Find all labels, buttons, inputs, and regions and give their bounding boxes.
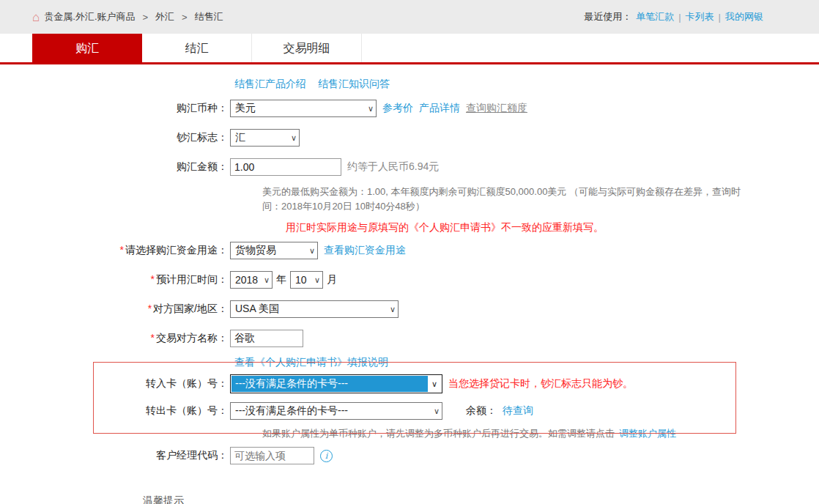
chevron-down-icon: ∨ xyxy=(363,104,374,114)
required-asterisk: * xyxy=(151,332,155,344)
month-unit: 月 xyxy=(327,273,337,286)
year-unit: 年 xyxy=(276,273,286,286)
purpose-label: *请选择购汇资金用途： xyxy=(0,244,230,257)
country-select[interactable]: USA 美国 ∨ xyxy=(230,300,399,318)
chevron-down-icon: ∨ xyxy=(286,133,297,143)
chevron-down-icon: ∨ xyxy=(310,275,320,285)
balance-query-link[interactable]: 待查询 xyxy=(503,404,533,418)
credit-card-warning: 当您选择贷记卡时，钞汇标志只能为钞。 xyxy=(448,377,633,390)
query-quota-link[interactable]: 查询购汇额度 xyxy=(466,102,527,115)
required-asterisk: * xyxy=(120,244,124,256)
cash-flag-select[interactable]: 汇 ∨ xyxy=(230,129,300,147)
application-form-guide-link[interactable]: 查看《个人购汇申请书》填报说明 xyxy=(234,356,388,369)
link-separator: | xyxy=(719,12,721,23)
adjust-account-link[interactable]: 调整账户属性 xyxy=(619,427,676,440)
currency-row: 购汇币种： 美元 ∨ 参考价 产品详情 查询购汇额度 xyxy=(0,94,819,123)
manager-code-input[interactable] xyxy=(230,447,314,464)
application-note-row: 查看《个人购汇申请书》填报说明 xyxy=(0,355,819,371)
month-select[interactable]: 10 ∨ xyxy=(290,271,323,289)
expected-time-label: *预计用汇时间： xyxy=(0,273,230,286)
counterparty-input[interactable] xyxy=(230,330,303,347)
card-in-label: 转入卡（账）号： xyxy=(0,377,230,390)
expected-time-row: *预计用汇时间： 2018 ∨ 年 10 ∨ 月 xyxy=(0,265,819,294)
cash-flag-row: 钞汇标志： 汇 ∨ xyxy=(0,123,819,152)
chevron-down-icon: ∨ xyxy=(428,379,441,389)
chevron-down-icon: ∨ xyxy=(429,407,440,416)
balance-label: 余额： xyxy=(466,404,497,418)
top-bar: ⌂ 贵金属.外汇.账户商品 > 外汇 > 结售汇 最近使用： 单笔汇款 | 卡列… xyxy=(0,0,819,34)
amount-input[interactable] xyxy=(230,158,341,176)
recent-used-label: 最近使用： xyxy=(584,10,631,23)
purpose-select[interactable]: 货物贸易 ∨ xyxy=(230,242,318,259)
tab-buy-forex[interactable]: 购汇 xyxy=(32,34,142,62)
breadcrumb-item-forex: 外汇 xyxy=(155,10,174,23)
breadcrumb-separator: > xyxy=(182,12,188,23)
counterparty-row: *交易对方名称： xyxy=(0,324,819,353)
currency-select[interactable]: 美元 ∨ xyxy=(230,100,377,117)
info-icon[interactable]: i xyxy=(320,450,333,462)
view-purpose-link[interactable]: 查看购汇资金用途 xyxy=(324,244,406,257)
usage-warning: 用汇时实际用途与原填写的《个人购汇申请书》不一致的应重新填写。 xyxy=(286,221,819,236)
account-property-text: 如果账户属性为单币种账户，请先调整为多币种账户后再进行交易。如需调整请点击 xyxy=(262,427,615,440)
tab-bar: 购汇 结汇 交易明细 xyxy=(0,34,819,64)
tab-transaction-detail[interactable]: 交易明细 xyxy=(252,34,362,62)
product-intro-link[interactable]: 结售汇产品介绍 xyxy=(234,78,306,91)
required-asterisk: * xyxy=(148,303,152,314)
manager-code-row: 客户经理代码： i xyxy=(0,442,819,469)
required-asterisk: * xyxy=(151,273,155,285)
card-out-row: 转出卡（账）号： ---没有满足条件的卡号--- ∨ 余额： 待查询 xyxy=(0,397,819,425)
manager-code-label: 客户经理代码： xyxy=(0,449,230,462)
purpose-row: *请选择购汇资金用途： 货物贸易 ∨ 查看购汇资金用途 xyxy=(0,236,819,265)
cash-flag-label: 钞汇标志： xyxy=(0,131,230,144)
chevron-down-icon: ∨ xyxy=(259,275,270,285)
tab-settle-forex[interactable]: 结汇 xyxy=(142,34,252,62)
intro-links-row: 结售汇产品介绍 结售汇知识问答 xyxy=(0,75,819,94)
card-in-select[interactable]: ---没有满足条件的卡号--- ∨ xyxy=(230,374,442,393)
country-row: *对方国家/地区： USA 美国 ∨ xyxy=(0,294,819,324)
recent-link-single-remit[interactable]: 单笔汇款 xyxy=(636,10,674,23)
link-separator: | xyxy=(678,12,681,23)
country-label: *对方国家/地区： xyxy=(0,303,230,316)
home-icon[interactable]: ⌂ xyxy=(32,11,40,23)
card-out-select[interactable]: ---没有满足条件的卡号--- ∨ xyxy=(230,402,442,420)
product-detail-link[interactable]: 产品详情 xyxy=(419,102,460,115)
breadcrumb-item-products: 贵金属.外汇.账户商品 xyxy=(44,10,135,23)
form-content: 结售汇产品介绍 结售汇知识问答 购汇币种： 美元 ∨ 参考价 产品详情 查询购汇… xyxy=(0,75,819,504)
breadcrumb: ⌂ 贵金属.外汇.账户商品 > 外汇 > 结售汇 xyxy=(32,10,223,23)
footer-hint: 温馨提示 xyxy=(143,494,819,504)
recent-link-card-list[interactable]: 卡列表 xyxy=(686,10,714,23)
card-out-label: 转出卡（账）号： xyxy=(0,404,230,418)
quota-note: 美元的最低购买金额为：1.00, 本年额度内剩余可购汇额度50,000.00美元… xyxy=(262,185,746,214)
amount-row: 购汇金额： 约等于人民币6.94元 xyxy=(0,152,819,182)
knowledge-qa-link[interactable]: 结售汇知识问答 xyxy=(318,78,390,91)
amount-label: 购汇金额： xyxy=(0,160,230,174)
account-property-note: 如果账户属性为单币种账户，请先调整为多币种账户后再进行交易。如需调整请点击 调整… xyxy=(262,425,819,442)
card-in-row: 转入卡（账）号： ---没有满足条件的卡号--- ∨ 当您选择贷记卡时，钞汇标志… xyxy=(0,371,819,397)
amount-equivalent-note: 约等于人民币6.94元 xyxy=(347,160,439,174)
breadcrumb-item-settlement: 结售汇 xyxy=(195,10,223,23)
recent-link-my-ebank[interactable]: 我的网银 xyxy=(725,10,763,23)
counterparty-label: *交易对方名称： xyxy=(0,332,230,345)
chevron-down-icon: ∨ xyxy=(385,305,396,314)
reference-price-link[interactable]: 参考价 xyxy=(382,102,413,115)
year-select[interactable]: 2018 ∨ xyxy=(230,271,273,289)
currency-label: 购汇币种： xyxy=(0,102,230,115)
recent-used: 最近使用： 单笔汇款 | 卡列表 | 我的网银 xyxy=(584,10,763,23)
chevron-down-icon: ∨ xyxy=(305,246,315,256)
breadcrumb-separator: > xyxy=(143,12,149,23)
